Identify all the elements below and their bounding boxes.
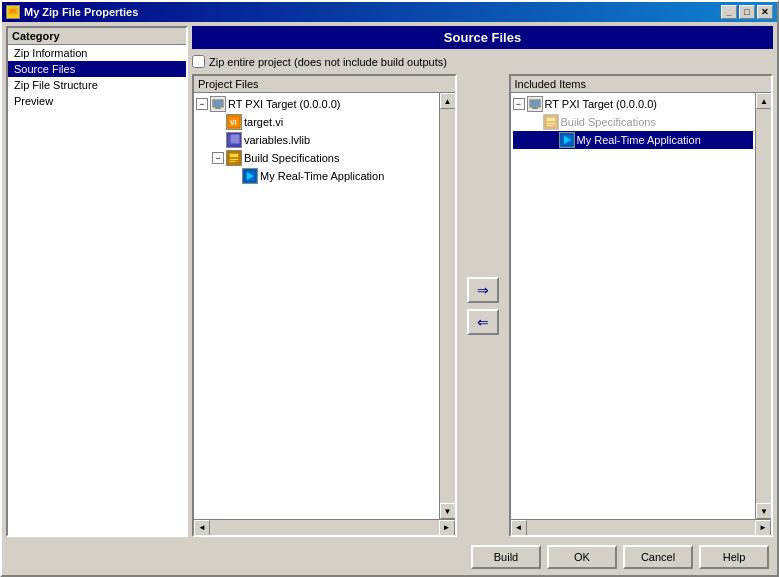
cancel-button[interactable]: Cancel [623,545,693,569]
category-panel: Category Zip Information Source Files Zi… [6,26,188,537]
expand-rt-target-inc[interactable]: − [513,98,525,110]
arrow-buttons: ⇒ ⇐ [463,74,503,537]
maximize-button[interactable]: □ [739,5,755,19]
label-rt-app-inc: My Real-Time Application [577,134,701,146]
svg-rect-17 [531,101,539,106]
vscroll-up-included[interactable]: ▲ [756,93,771,109]
svg-rect-10 [228,152,240,164]
project-files-tree-scroll-area: − RT PXI T [194,93,455,519]
sidebar-item-zip-information[interactable]: Zip Information [8,45,186,61]
vscroll-up-project[interactable]: ▲ [440,93,455,109]
svg-rect-13 [230,161,235,162]
svg-rect-12 [230,159,238,160]
icon-rt-target [210,96,226,112]
tree-node-build-specs-inc[interactable]: Build Specifications [513,113,754,131]
header-title: Source Files [444,30,521,45]
sidebar-item-source-files[interactable]: Source Files [8,61,186,77]
remove-from-included-button[interactable]: ⇐ [467,309,499,335]
tree-node-variables[interactable]: variables.lvlib [196,131,437,149]
svg-text:VI: VI [230,119,237,126]
svg-rect-3 [214,101,222,106]
icon-rt-app-inc [559,132,575,148]
label-rt-target-inc: RT PXI Target (0.0.0.0) [545,98,658,110]
included-items-vscroll[interactable]: ▲ ▼ [755,93,771,519]
svg-rect-9 [230,134,240,144]
tree-node-rt-app[interactable]: My Real-Time Application [196,167,437,185]
minimize-button[interactable]: _ [721,5,737,19]
svg-rect-21 [547,118,555,121]
icon-target-vi: VI [226,114,242,130]
content-row: Category Zip Information Source Files Zi… [6,26,773,537]
icon-build-specs-inc [543,114,559,130]
help-button[interactable]: Help [699,545,769,569]
category-label: Category [8,28,186,45]
label-variables: variables.lvlib [244,134,310,146]
icon-build-specs [226,150,242,166]
sidebar-item-zip-structure[interactable]: Zip File Structure [8,77,186,93]
svg-rect-11 [230,154,238,157]
window-icon [6,5,20,19]
vscroll-track-included [756,109,771,503]
ok-button[interactable]: OK [547,545,617,569]
expand-rt-target[interactable]: − [196,98,208,110]
project-files-header: Project Files [194,76,455,93]
svg-rect-1 [10,9,16,13]
add-to-included-button[interactable]: ⇒ [467,277,499,303]
svg-rect-5 [215,108,221,109]
vscroll-track-project [440,109,455,503]
label-rt-app: My Real-Time Application [260,170,384,182]
vscroll-down-project[interactable]: ▼ [440,503,455,519]
tree-node-build-specs[interactable]: − Build Sp [196,149,437,167]
included-items-hscroll[interactable]: ◄ ► [511,519,772,535]
hscroll-right-included[interactable]: ► [755,520,771,536]
label-build-specs-inc: Build Specifications [561,116,656,128]
tree-node-rt-target[interactable]: − RT PXI T [196,95,437,113]
category-list: Zip Information Source Files Zip File St… [8,45,186,535]
tree-node-rt-app-inc[interactable]: My Real-Time Application [513,131,754,149]
hscroll-left-included[interactable]: ◄ [511,520,527,536]
arrow-left-icon: ⇐ [477,314,489,330]
label-target-vi: target.vi [244,116,283,128]
bottom-bar: Build OK Cancel Help [6,541,773,571]
icon-variables [226,132,242,148]
zip-entire-project-label: Zip entire project (does not include bui… [209,56,447,68]
svg-rect-18 [533,107,537,108]
right-panel: Source Files Zip entire project (does no… [192,26,773,537]
header-bar: Source Files [192,26,773,49]
svg-rect-22 [547,123,555,124]
main-window: My Zip File Properties _ □ ✕ Category Zi… [0,0,779,577]
included-items-tree[interactable]: − RT PXI T [511,93,756,519]
svg-rect-23 [547,125,552,126]
project-files-vscroll[interactable]: ▲ ▼ [439,93,455,519]
icon-rt-app [242,168,258,184]
hscroll-right-project[interactable]: ► [439,520,455,536]
svg-rect-20 [545,116,557,128]
label-build-specs: Build Specifications [244,152,339,164]
title-bar: My Zip File Properties _ □ ✕ [2,2,777,22]
included-items-panel: Included Items − [509,74,774,537]
tree-node-target-vi[interactable]: VI target.vi [196,113,437,131]
panels-row: Project Files − [192,74,773,537]
project-files-hscroll[interactable]: ◄ ► [194,519,455,535]
sidebar-item-preview[interactable]: Preview [8,93,186,109]
tree-node-rt-target-inc[interactable]: − RT PXI T [513,95,754,113]
close-button[interactable]: ✕ [757,5,773,19]
svg-rect-19 [532,108,538,109]
build-button[interactable]: Build [471,545,541,569]
arrow-right-icon: ⇒ [477,282,489,298]
expand-build-specs[interactable]: − [212,152,224,164]
included-items-header: Included Items [511,76,772,93]
checkbox-row: Zip entire project (does not include bui… [192,53,773,70]
hscroll-left-project[interactable]: ◄ [194,520,210,536]
zip-entire-project-checkbox[interactable] [192,55,205,68]
project-files-panel: Project Files − [192,74,457,537]
main-content: Category Zip Information Source Files Zi… [2,22,777,575]
included-items-tree-scroll-area: − RT PXI T [511,93,772,519]
title-bar-controls: _ □ ✕ [721,5,773,19]
project-files-tree[interactable]: − RT PXI T [194,93,439,519]
vscroll-down-included[interactable]: ▼ [756,503,771,519]
icon-rt-target-inc [527,96,543,112]
window-title: My Zip File Properties [24,6,138,18]
label-rt-target: RT PXI Target (0.0.0.0) [228,98,341,110]
title-bar-left: My Zip File Properties [6,5,138,19]
